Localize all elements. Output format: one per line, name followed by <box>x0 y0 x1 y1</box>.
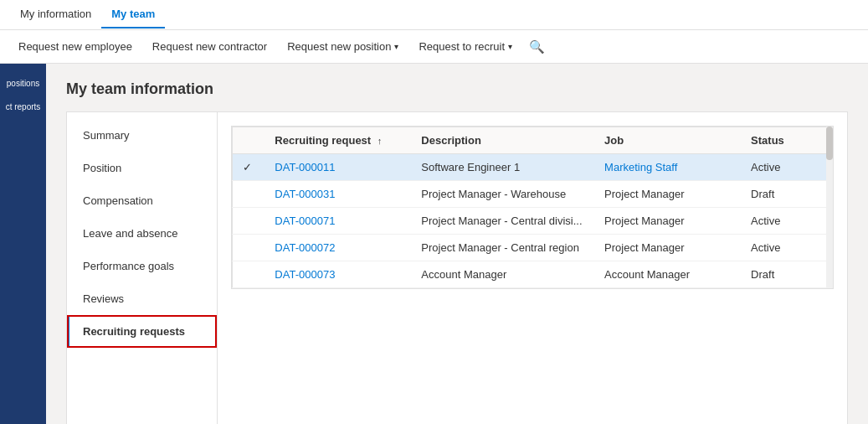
row-status: Active <box>741 208 832 235</box>
th-job: Job <box>594 127 741 154</box>
action-bar: Request new employee Request new contrac… <box>0 30 868 64</box>
row-check <box>233 208 265 235</box>
row-job: Project Manager <box>594 235 741 261</box>
table-row[interactable]: ✓ DAT-000011 Software Engineer 1 Marketi… <box>233 154 833 181</box>
th-description: Description <box>411 127 594 154</box>
main-layout: positions ct reports My team information… <box>0 64 868 424</box>
tab-my-team[interactable]: My team <box>101 1 165 28</box>
table-row[interactable]: DAT-000031 Project Manager - Warehouse P… <box>233 181 833 208</box>
table-wrapper: Recruiting request ↑ Description Job Sta… <box>231 126 834 289</box>
row-job[interactable]: Marketing Staff <box>594 154 741 181</box>
left-panel: positions ct reports <box>0 64 46 424</box>
chevron-down-icon: ▾ <box>394 42 398 51</box>
request-new-position-label: Request new position <box>287 40 391 53</box>
row-description: Project Manager - Central region <box>411 235 594 261</box>
row-check: ✓ <box>233 154 265 181</box>
row-recruiting-request[interactable]: DAT-000011 <box>265 154 411 181</box>
side-nav-reviews[interactable]: Reviews <box>67 282 217 315</box>
table-row[interactable]: DAT-000072 Project Manager - Central reg… <box>233 235 833 261</box>
scrollbar-thumb[interactable] <box>826 127 833 160</box>
table-row[interactable]: DAT-000071 Project Manager - Central div… <box>233 208 833 235</box>
row-recruiting-request[interactable]: DAT-000072 <box>265 235 411 261</box>
side-nav-leave-and-absence[interactable]: Leave and absence <box>67 217 217 250</box>
request-new-employee-button[interactable]: Request new employee <box>10 35 141 58</box>
side-nav: Summary Position Compensation Leave and … <box>67 112 218 424</box>
table-header-row: Recruiting request ↑ Description Job Sta… <box>233 127 833 154</box>
top-tabs: My information My team <box>0 0 868 30</box>
table-area: Recruiting request ↑ Description Job Sta… <box>218 112 847 424</box>
left-panel-direct-reports[interactable]: ct reports <box>0 96 46 119</box>
th-check <box>233 127 265 154</box>
row-description: Software Engineer 1 <box>411 154 594 181</box>
row-check <box>233 181 265 208</box>
tab-my-information[interactable]: My information <box>10 1 101 28</box>
side-nav-compensation[interactable]: Compensation <box>67 184 217 217</box>
page-title: My team information <box>66 80 848 98</box>
content-area: My team information Summary Position Com… <box>46 64 868 424</box>
search-button[interactable]: 🔍 <box>524 34 550 59</box>
row-status: Active <box>741 235 832 261</box>
sort-icon: ↑ <box>378 136 383 146</box>
side-nav-summary[interactable]: Summary <box>67 119 217 152</box>
row-status: Draft <box>741 181 832 208</box>
table-row[interactable]: DAT-000073 Account Manager Account Manag… <box>233 261 833 288</box>
row-job: Account Manager <box>594 261 741 288</box>
request-new-position-button[interactable]: Request new position ▾ <box>279 35 407 58</box>
row-check <box>233 261 265 288</box>
row-description: Project Manager - Central divisi... <box>411 208 594 235</box>
side-nav-performance-goals[interactable]: Performance goals <box>67 250 217 282</box>
row-job: Project Manager <box>594 181 741 208</box>
row-check <box>233 235 265 261</box>
row-recruiting-request[interactable]: DAT-000071 <box>265 208 411 235</box>
request-to-recruit-button[interactable]: Request to recruit ▾ <box>410 35 521 58</box>
row-job: Project Manager <box>594 208 741 235</box>
request-new-contractor-button[interactable]: Request new contractor <box>144 35 275 58</box>
left-panel-positions[interactable]: positions <box>0 72 46 96</box>
row-recruiting-request[interactable]: DAT-000073 <box>265 261 411 288</box>
row-description: Project Manager - Warehouse <box>411 181 594 208</box>
scrollbar[interactable] <box>826 127 833 288</box>
side-nav-position[interactable]: Position <box>67 152 217 184</box>
row-status: Active <box>741 154 832 181</box>
side-nav-recruiting-requests[interactable]: Recruiting requests <box>67 315 217 348</box>
th-status: Status <box>741 127 832 154</box>
request-to-recruit-label: Request to recruit <box>419 40 505 53</box>
row-recruiting-request[interactable]: DAT-000031 <box>265 181 411 208</box>
inner-layout: Summary Position Compensation Leave and … <box>66 111 848 424</box>
chevron-down-icon: ▾ <box>508 42 512 51</box>
recruiting-requests-table: Recruiting request ↑ Description Job Sta… <box>232 127 833 288</box>
row-status: Draft <box>741 261 832 288</box>
row-description: Account Manager <box>411 261 594 288</box>
th-recruiting-request[interactable]: Recruiting request ↑ <box>265 127 411 154</box>
